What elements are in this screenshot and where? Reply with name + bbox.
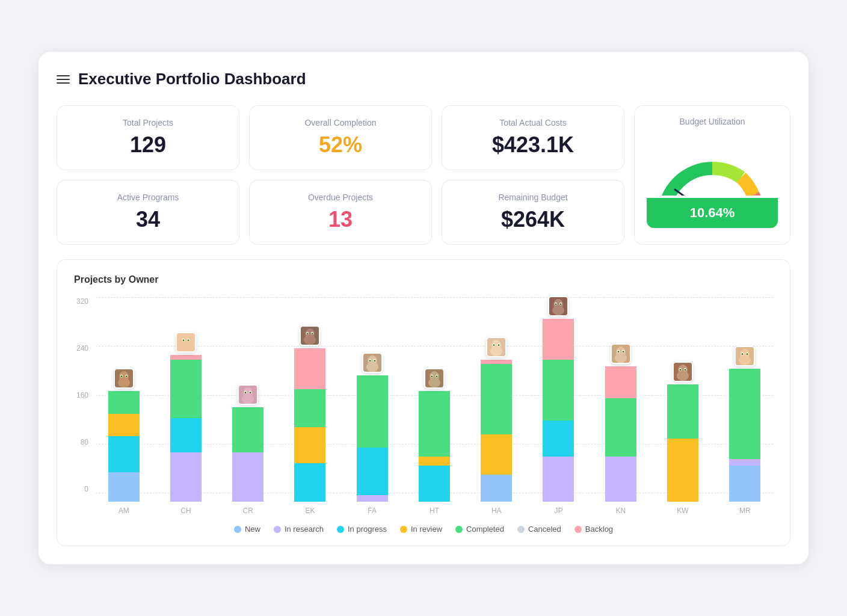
bar-stack-kn [605, 366, 636, 502]
svg-point-73 [561, 304, 561, 304]
active-programs-label: Active Programs [117, 192, 179, 202]
total-actual-costs-card: Total Actual Costs $423.1K [442, 105, 624, 170]
remaining-budget-label: Remaining Budget [498, 192, 567, 202]
bar-group-ch [158, 297, 214, 502]
bar-group-mr [717, 297, 773, 502]
menu-button[interactable] [57, 75, 70, 84]
legend-label: Backlog [585, 525, 613, 534]
overall-completion-label: Overall Completion [304, 118, 376, 128]
svg-point-91 [685, 369, 685, 370]
legend: NewIn researchIn progressIn reviewComple… [74, 525, 773, 534]
legend-label: Completed [466, 525, 504, 534]
bar-segment-in_research [605, 457, 636, 502]
svg-line-0 [675, 189, 712, 196]
x-label-ht: HT [406, 507, 462, 515]
bar-segment-backlog [170, 355, 202, 360]
bar-segment-completed [667, 384, 698, 439]
y-label-320: 320 [76, 297, 88, 306]
bar-segment-in_review [294, 427, 325, 463]
svg-point-64 [499, 345, 499, 345]
svg-point-76 [615, 353, 627, 363]
bar-stack-ek [294, 348, 325, 502]
svg-point-67 [552, 306, 564, 315]
legend-item-in-progress: In progress [337, 525, 387, 534]
budget-utilization-value: 10.64% [647, 198, 778, 228]
svg-point-54 [431, 376, 432, 377]
svg-point-99 [742, 354, 743, 354]
total-actual-costs-value: $423.1K [492, 132, 574, 158]
avatar-ht [424, 368, 445, 389]
legend-label: New [245, 525, 260, 534]
page-title: Executive Portfolio Dashboard [78, 70, 306, 88]
bar-group-cr [220, 297, 276, 502]
bars-row [96, 297, 773, 502]
overall-completion-card: Overall Completion 52% [249, 105, 432, 170]
y-label-160: 160 [76, 391, 88, 399]
bar-segment-completed [481, 364, 512, 434]
total-projects-value: 129 [130, 132, 166, 158]
overdue-projects-label: Overdue Projects [308, 192, 373, 202]
bar-group-ht [406, 297, 462, 502]
bar-segment-completed [605, 398, 636, 457]
x-label-jp: JP [531, 507, 587, 515]
bar-segment-completed [419, 391, 450, 457]
svg-point-36 [307, 333, 308, 334]
svg-point-72 [556, 304, 556, 304]
chart-section: Projects by Owner 0 80 160 240 320 [57, 259, 790, 546]
y-axis: 0 80 160 240 320 [74, 297, 96, 515]
legend-label: In progress [348, 525, 387, 534]
total-projects-label: Total Projects [123, 118, 173, 128]
bar-segment-completed [294, 389, 325, 428]
legend-dot [400, 526, 407, 533]
y-label-80: 80 [81, 438, 88, 446]
x-label-ha: HA [469, 507, 525, 515]
budget-utilization-card: Budget Utilization 10.64% [634, 105, 790, 245]
bar-segment-backlog [294, 348, 325, 389]
bar-segment-in_progress [108, 436, 140, 472]
avatar-ek [300, 325, 320, 346]
x-label-ek: EK [282, 507, 338, 515]
bar-segment-new [481, 475, 512, 502]
svg-point-45 [369, 360, 370, 361]
legend-label: In review [411, 525, 442, 534]
bar-stack-ha [481, 360, 512, 502]
bar-stack-ch [170, 355, 202, 502]
kpi-grid: Total Projects 129 Active Programs 34 Ov… [57, 105, 790, 245]
svg-point-31 [304, 335, 316, 345]
svg-point-10 [126, 376, 126, 377]
bar-segment-in_progress [419, 466, 450, 502]
x-label-fa: FA [344, 507, 400, 515]
bar-group-am [96, 297, 152, 502]
kpi-col-2: Overall Completion 52% Overdue Projects … [249, 105, 432, 245]
svg-point-58 [490, 346, 502, 356]
bar-stack-fa [357, 375, 388, 502]
x-labels: AMCHCREKFAHTHAJPKNKWMR [96, 507, 773, 515]
svg-point-28 [250, 392, 250, 393]
legend-dot [574, 526, 582, 533]
legend-label: Canceled [528, 525, 561, 534]
bar-segment-in_research [543, 457, 574, 502]
legend-dot [517, 526, 525, 533]
svg-point-63 [494, 345, 494, 345]
avatar-ha [486, 337, 507, 357]
x-label-cr: CR [220, 507, 276, 515]
avatar-kw [673, 362, 693, 382]
bar-segment-completed [232, 407, 263, 452]
svg-point-49 [428, 378, 440, 387]
svg-point-81 [618, 351, 618, 352]
avatar-am [114, 368, 134, 389]
avatar-ch [176, 332, 196, 353]
svg-point-18 [183, 340, 183, 340]
legend-item-new: New [234, 525, 260, 534]
avatar-kn [611, 343, 631, 364]
overdue-projects-card: Overdue Projects 13 [249, 180, 432, 245]
y-label-0: 0 [84, 485, 88, 493]
svg-point-19 [188, 340, 188, 340]
kpi-col-3: Total Actual Costs $423.1K Remaining Bud… [442, 105, 624, 245]
active-programs-value: 34 [136, 207, 160, 232]
bar-segment-in_research [357, 495, 388, 502]
overdue-projects-value: 13 [328, 207, 353, 232]
legend-item-canceled: Canceled [517, 525, 561, 534]
bar-stack-mr [729, 369, 760, 502]
bar-segment-in_review [419, 457, 450, 466]
